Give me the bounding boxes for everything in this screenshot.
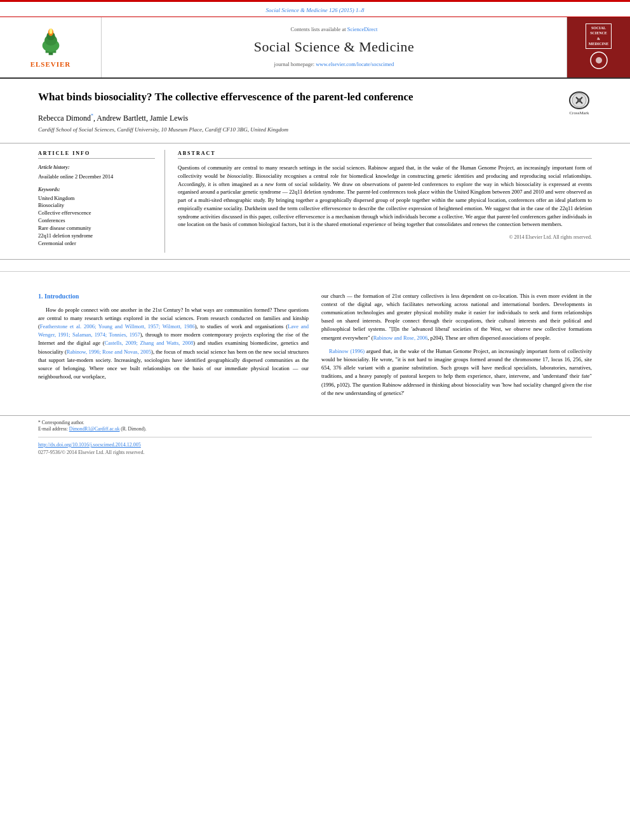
info-abstract-section: ARTICLE INFO Article history: Available … xyxy=(0,143,630,260)
section-title: 1. Introduction xyxy=(38,292,309,301)
svg-point-6 xyxy=(49,29,52,34)
elsevier-tree-icon xyxy=(25,25,76,57)
section-spacer xyxy=(0,260,630,271)
intro-para-2: our church — the formation of 21st centu… xyxy=(321,292,592,342)
authors: Rebecca Dimond*, Andrew Bartlett, Jamie … xyxy=(38,112,592,124)
footnote-corresponding: * Corresponding author. xyxy=(38,420,592,427)
keyword-1: United Kingdom xyxy=(38,195,155,203)
ssm-line2: SCIENCE xyxy=(589,30,608,36)
keyword-7: Ceremonial order xyxy=(38,240,155,248)
doi-divider xyxy=(38,437,592,437)
copyright: © 2014 Elsevier Ltd. All rights reserved… xyxy=(178,234,592,241)
elsevier-wordmark: ELSEVIER xyxy=(30,60,71,69)
header-center: Contents lists available at ScienceDirec… xyxy=(102,17,566,77)
intro-para-3: Rabinow (1996) argued that, in the wake … xyxy=(321,347,592,397)
footnote-area: * Corresponding author. E-mail address: … xyxy=(0,415,630,457)
contents-line: Contents lists available at ScienceDirec… xyxy=(291,26,378,34)
affiliation: Cardiff School of Social Sciences, Cardi… xyxy=(38,126,592,134)
ssm-logo-icon xyxy=(590,51,608,69)
issn-line: 0277-9536/© 2014 Elsevier Ltd. All right… xyxy=(38,449,592,456)
article-info: ARTICLE INFO Article history: Available … xyxy=(38,150,165,253)
keywords-label: Keywords: xyxy=(38,186,155,193)
section-spacer-2 xyxy=(0,272,630,279)
available-date: Available online 2 December 2014 xyxy=(38,173,113,180)
ssm-line4: MEDICINE xyxy=(589,41,608,46)
journal-citation-bar: Social Science & Medicine 126 (2015) 1–8 xyxy=(0,2,630,17)
keyword-5: Rare disease community xyxy=(38,225,155,232)
doi-link[interactable]: http://dx.doi.org/10.1016/j.socscimed.20… xyxy=(38,442,141,448)
sciencedirect-link[interactable]: ScienceDirect xyxy=(347,26,378,32)
svg-point-8 xyxy=(596,57,602,63)
history-label: Article history: xyxy=(38,164,155,171)
journal-title: Social Science & Medicine xyxy=(254,37,415,57)
journal-header: ELSEVIER Contents lists available at Sci… xyxy=(0,17,630,79)
body-left-col: 1. Introduction How do people connect wi… xyxy=(38,292,309,403)
ssm-badge-area: SOCIAL SCIENCE & MEDICINE xyxy=(566,17,630,77)
ssm-line1: SOCIAL xyxy=(589,25,608,30)
keyword-2: Biosociality xyxy=(38,202,155,210)
body-right-col: our church — the formation of 21st centu… xyxy=(321,292,592,403)
page: Social Science & Medicine 126 (2015) 1–8… xyxy=(0,0,630,840)
crossmark-badge: CrossMark xyxy=(566,91,592,117)
crossmark-icon xyxy=(569,91,589,109)
homepage-link[interactable]: www.elsevier.com/locate/socscimed xyxy=(316,61,394,67)
keyword-3: Collective effervescence xyxy=(38,210,155,217)
keyword-6: 22q11 deletion syndrome xyxy=(38,232,155,240)
keywords-section: Keywords: United Kingdom Biosociality Co… xyxy=(38,186,155,247)
ssm-badge: SOCIAL SCIENCE & MEDICINE xyxy=(586,23,612,71)
elsevier-logo-area: ELSEVIER xyxy=(0,17,102,77)
email-link[interactable]: DimondR1@Cardiff.ac.uk xyxy=(69,426,120,432)
journal-homepage: journal homepage: www.elsevier.com/locat… xyxy=(274,61,394,69)
article-history-section: Article history: Available online 2 Dece… xyxy=(38,164,155,181)
abstract-heading: ABSTRACT xyxy=(178,150,592,159)
abstract-text: Questions of community are central to ma… xyxy=(178,164,592,229)
journal-citation: Social Science & Medicine 126 (2015) 1–8 xyxy=(266,7,365,13)
footnote-email: E-mail address: DimondR1@Cardiff.ac.uk (… xyxy=(38,426,592,433)
body-content: 1. Introduction How do people connect wi… xyxy=(0,279,630,415)
keywords-list: United Kingdom Biosociality Collective e… xyxy=(38,195,155,248)
author-names: Rebecca Dimond*, Andrew Bartlett, Jamie … xyxy=(38,114,188,123)
ssm-line3: & xyxy=(589,36,608,41)
keyword-4: Conferences xyxy=(38,217,155,225)
crossmark-label: CrossMark xyxy=(569,110,589,117)
article-title: What binds biosociality? The collective … xyxy=(38,90,533,105)
article-info-heading: ARTICLE INFO xyxy=(38,150,155,159)
article-header: What binds biosociality? The collective … xyxy=(0,79,630,143)
abstract-section: ABSTRACT Questions of community are cent… xyxy=(178,150,592,253)
intro-para-1: How do people connect with one another i… xyxy=(38,306,309,382)
svg-point-12 xyxy=(577,98,581,102)
